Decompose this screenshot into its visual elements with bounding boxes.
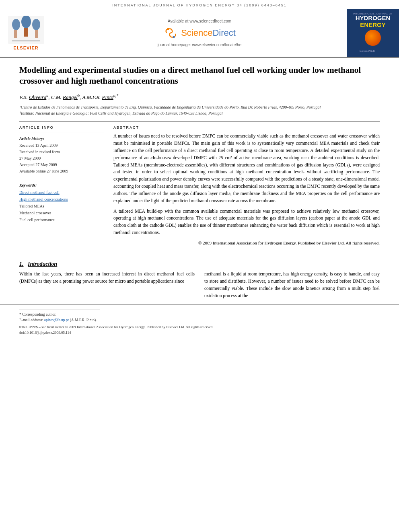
email-note: E-mail address: apinto@fe.up.pt (A.M.F.R… [19,317,380,323]
footnotes-area: * Corresponding author. E-mail address: … [0,304,399,323]
elsevier-text: ELSEVIER [13,45,38,50]
keywords-box: Keywords: Direct methanol fuel cell High… [19,183,104,223]
sd-logo-icon [163,27,179,39]
he-subtitle: ELSEVIER [353,47,393,53]
he-hydrogen: HYDROGEN [353,15,393,22]
introduction-columns: Within the last years, there has been an… [19,271,380,299]
hydrogen-energy-logo: INTERNATIONAL JOURNAL OF HYDROGEN ENERGY… [353,12,393,53]
history-heading: Article history: [19,136,104,141]
svg-point-8 [167,28,169,30]
svg-text:ELSEVIER: ELSEVIER [360,49,375,53]
email-after: (A.M.F.R. Pinto). [70,318,97,322]
section-number: 1. [19,261,24,267]
introduction-section: 1. Introduction Within the last years, t… [0,249,399,299]
accepted-date: Accepted 27 May 2009 [19,162,104,168]
author-amfr: A.M.F.R. Pintoa,* [82,94,118,100]
affiliations: ᵃCentro de Estudos de Fenómenos de Trans… [19,104,380,116]
svg-rect-5 [12,40,40,41]
revised-date: 27 May 2009 [19,155,104,162]
keyword-3: Tailored MEAs [19,203,104,210]
svg-point-1 [12,19,20,30]
available-online-date: Available online 27 June 2009 [19,168,104,175]
article-body-columns: ARTICLE INFO Article history: Received 1… [19,125,380,249]
hydrogen-energy-logo-area: INTERNATIONAL JOURNAL OF HYDROGEN ENERGY… [347,9,399,57]
abstract-para-1: A number of issues need to be resolved b… [113,133,380,204]
copyright-line: 0360-3199/$ – see front matter © 2009 In… [19,325,380,330]
article-info-column: ARTICLE INFO Article history: Received 1… [19,125,104,249]
abstract-column: ABSTRACT A number of issues need to be r… [113,125,380,249]
corresponding-author-note: * Corresponding author. [19,312,380,317]
svg-point-2 [21,16,31,28]
journal-header: INTERNATIONAL JOURNAL OF HYDROGEN ENERGY… [0,0,399,9]
he-title: HYDROGEN ENERGY [353,15,393,28]
banner: ELSEVIER Available at www.sciencedirect.… [0,9,399,58]
doi-line: doi:10.1016/j.ijhydene.2009.05.114 [19,330,380,336]
received-revised-label: Received in revised form [19,149,104,155]
section-heading: Introduction [28,261,57,267]
affiliation-a: ᵃCentro de Estudos de Fenómenos de Trans… [19,104,380,110]
article-info-label: ARTICLE INFO [19,125,104,129]
page: INTERNATIONAL JOURNAL OF HYDROGEN ENERGY… [0,0,399,532]
elsevier-tree-icon [8,16,44,44]
abstract-copyright: © 2009 International Association for Hyd… [113,240,380,246]
sciencedirect-logo: ScienceDirect [163,27,236,39]
svg-rect-4 [24,28,28,37]
svg-point-3 [32,19,40,30]
author-vb: V.B. Oliveiraa [19,94,48,100]
he-logo-circle [365,30,381,46]
journal-homepage-text: journal homepage: www.elsevier.com/locat… [158,43,241,47]
keyword-5: Fuel cell performance [19,216,104,223]
section-divider [19,256,380,256]
abstract-text: A number of issues need to be resolved b… [113,133,380,246]
intro-right-col: methanol is a liquid at room temperature… [204,271,380,299]
footnote-separator [19,310,100,310]
svg-point-9 [173,36,175,38]
intro-left-text: Within the last years, there has been an… [19,271,195,285]
he-energy: ENERGY [353,22,393,29]
keywords-heading: Keywords: [19,183,104,187]
sd-text: ScienceDirect [181,28,236,38]
keyword-4: Methanol crossover [19,210,104,216]
svg-rect-6 [14,30,17,38]
journal-header-text: INTERNATIONAL JOURNAL OF HYDROGEN ENERGY… [112,3,287,7]
keyword-2: High methanol concentrations [19,196,104,203]
intro-right-text: methanol is a liquid at room temperature… [204,271,380,299]
he-bottom-icon: ELSEVIER [359,47,387,53]
svg-rect-7 [35,30,38,38]
section-title: 1. Introduction [19,261,380,267]
main-divider [19,121,380,121]
abstract-para-2: A tailored MEA build-up with the common … [113,208,380,236]
authors-line: V.B. Oliveiraa, C.M. Rangelb, A.M.F.R. P… [19,92,380,101]
email-label: E-mail address: [19,318,43,322]
intro-left-col: Within the last years, there has been an… [19,271,195,299]
affiliation-b: ᵇInstituto Nacional de Energia e Geologi… [19,110,380,116]
elsevier-logo-area: ELSEVIER [0,9,52,57]
sciencedirect-area: Available at www.sciencedirect.com Scien… [52,9,347,57]
author-cm: C.M. Rangelb [51,94,80,100]
email-link[interactable]: apinto@fe.up.pt [44,318,69,322]
main-content: Modelling and experimental studies on a … [0,58,399,249]
available-at-text: Available at www.sciencedirect.com [168,19,231,23]
abstract-label: ABSTRACT [113,125,380,129]
keyword-1: Direct methanol fuel cell [19,189,104,196]
article-title: Modelling and experimental studies on a … [19,65,380,87]
article-info-box: Article history: Received 13 April 2009 … [19,133,104,178]
copyright-footer: 0360-3199/$ – see front matter © 2009 In… [0,323,399,337]
corresponding-label: * Corresponding author. [19,312,56,316]
received-date: Received 13 April 2009 [19,142,104,149]
